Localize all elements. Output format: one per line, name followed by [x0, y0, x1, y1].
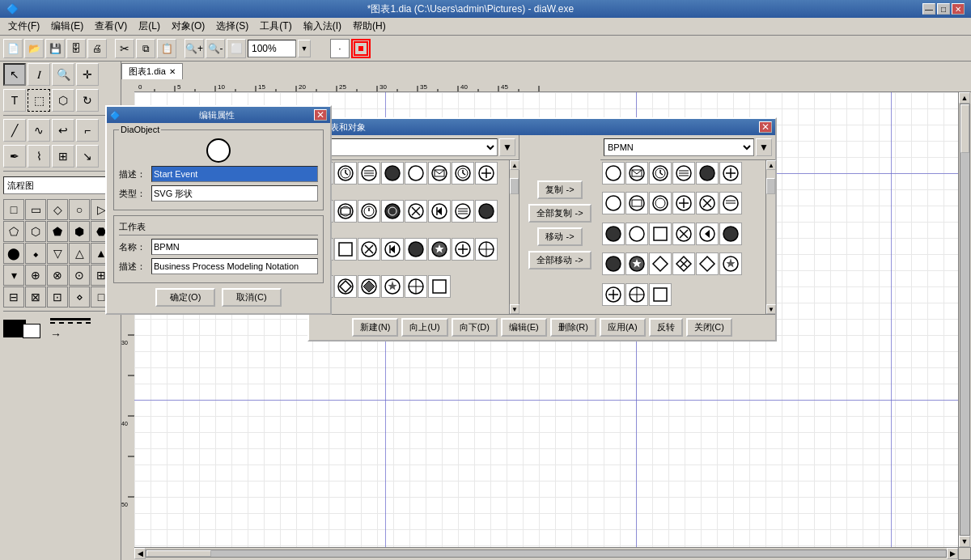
ws-r-x-circle[interactable]: [696, 192, 719, 214]
ws-r-lines-2[interactable]: [719, 192, 742, 214]
ws-r-scroll-thumb[interactable]: [766, 178, 775, 194]
ws-reverse-btn[interactable]: 反转: [649, 318, 683, 337]
ws-r-envelope-circle[interactable]: [625, 162, 648, 185]
scrollbar-track-h[interactable]: [146, 549, 947, 558]
ok-button[interactable]: 确定(O): [155, 288, 215, 307]
ws-r-star-5[interactable]: [625, 252, 648, 275]
ws-icon-square-4[interactable]: [428, 275, 451, 298]
scroll-left-btn[interactable]: ◀: [134, 548, 146, 559]
ws-icon-crosshair-2[interactable]: [405, 275, 427, 298]
rotate-tool[interactable]: ↻: [76, 89, 99, 112]
move-tool[interactable]: ✛: [76, 63, 99, 86]
ws-icon-lines-circle[interactable]: [358, 162, 380, 185]
ws-r-square-4[interactable]: [649, 223, 672, 245]
connected-tool[interactable]: ⊞: [52, 145, 74, 168]
ws-left-dropdown-btn[interactable]: ▼: [499, 138, 515, 156]
move-all-btn[interactable]: 全部移动 ->: [528, 251, 591, 269]
ws-delete-btn[interactable]: 删除(R): [550, 318, 596, 337]
scroll-down-btn[interactable]: ▼: [959, 536, 970, 547]
shape-x-square[interactable]: ⊠: [25, 286, 46, 308]
select-box-tool[interactable]: ⬚: [28, 89, 50, 112]
ws-right-scrollbar[interactable]: ▲ ▼: [765, 160, 775, 314]
ws-icon-skip-back[interactable]: [428, 200, 451, 223]
scroll-up-btn[interactable]: ▲: [959, 92, 970, 104]
zoom-fit-button[interactable]: ⬜: [227, 39, 246, 58]
ws-icon-crosshair[interactable]: [475, 238, 498, 261]
ws-r-empty-circle[interactable]: [602, 162, 625, 185]
cancel-button[interactable]: 取消(C): [222, 288, 281, 307]
copy-btn[interactable]: 复制 ->: [537, 180, 582, 199]
ws-icon-dbl-envelope-circle[interactable]: [334, 200, 357, 223]
menu-layer[interactable]: 层(L): [134, 18, 165, 35]
scrollbar-track-v[interactable]: [960, 104, 970, 536]
shape-dot-circle[interactable]: ⊙: [69, 265, 90, 286]
shape-pentagon[interactable]: ⬠: [3, 221, 24, 242]
zigzag-tool[interactable]: ⌇: [28, 145, 50, 168]
menu-input[interactable]: 输入法(I): [299, 18, 346, 35]
ws-icon-filled-circle-2[interactable]: [475, 200, 498, 223]
ws-icon-skip-back-2[interactable]: [381, 238, 404, 261]
shape-hexagon[interactable]: ⬡: [25, 221, 46, 242]
ws-down-btn[interactable]: 向下(D): [452, 318, 498, 337]
ws-up-btn[interactable]: 向上(U): [401, 318, 447, 337]
ws-left-scrollbar[interactable]: ▲ ▼: [509, 160, 519, 314]
shape-triangle-down2[interactable]: ▾: [3, 265, 24, 286]
shape-x-circle[interactable]: ⊗: [47, 265, 68, 286]
menu-view[interactable]: 查看(V): [90, 18, 132, 35]
freehand-tool[interactable]: ✒: [3, 145, 26, 168]
zoom-value[interactable]: 100%: [248, 40, 296, 57]
ws-r-envelope-2[interactable]: [625, 192, 648, 214]
menu-select[interactable]: 选择(S): [211, 18, 253, 35]
ws-r-x-4[interactable]: [672, 223, 695, 245]
save-button[interactable]: 💾: [45, 39, 65, 58]
ws-r-diamond-5[interactable]: [649, 252, 672, 275]
ws-edit-btn[interactable]: 编辑(E): [501, 318, 547, 337]
minimize-button[interactable]: —: [922, 3, 935, 15]
copy-button[interactable]: ⧉: [136, 39, 155, 58]
shape-rounded-rect[interactable]: ▭: [25, 199, 46, 220]
zoom-dropdown-arrow[interactable]: ▼: [298, 40, 311, 57]
ws-icon-x-circle[interactable]: [405, 200, 427, 223]
type-field[interactable]: SVG 形状: [151, 185, 318, 202]
ws-icon-diamond-circle[interactable]: [334, 275, 357, 298]
ws-r-clock-2[interactable]: [649, 192, 672, 214]
poly-select-tool[interactable]: ⬡: [52, 89, 74, 112]
ws-r-skip-4[interactable]: [696, 223, 719, 245]
shape-plus-circle[interactable]: ⊕: [25, 265, 46, 286]
ws-icon-dbl-clock-circle[interactable]: [358, 200, 380, 223]
new-button[interactable]: 📄: [3, 39, 23, 58]
tab-diagram1[interactable]: 图表1.dia ✕: [121, 63, 183, 79]
ws-right-dropdown-btn[interactable]: ▼: [756, 138, 772, 156]
ws-r-empty-4[interactable]: [625, 223, 648, 245]
ws-icon-plus-circle[interactable]: [475, 162, 498, 185]
shape-rhombus[interactable]: ⬟: [47, 221, 68, 242]
menu-edit[interactable]: 编辑(E): [46, 18, 88, 35]
ws-icon-x-circle-2[interactable]: [358, 238, 380, 261]
line-solid[interactable]: [50, 318, 91, 320]
line-dashed[interactable]: [50, 322, 91, 325]
ws-icon-dbl-filled-circle[interactable]: [381, 200, 404, 223]
shape-small-diamond[interactable]: ⋄: [69, 286, 90, 308]
maximize-button[interactable]: □: [937, 3, 950, 15]
ws-right-select[interactable]: BPMN MN: [604, 138, 754, 156]
background-color[interactable]: [23, 324, 40, 338]
scrollbar-thumb-h[interactable]: [146, 550, 211, 557]
ws-scroll-down-btn[interactable]: ▼: [510, 304, 519, 314]
ws-icon-square-2[interactable]: [334, 238, 357, 261]
wt-desc-field[interactable]: Business Process Modeling Notation: [151, 258, 318, 274]
ws-r-plus-circle[interactable]: [719, 162, 742, 185]
arrow-icon[interactable]: →: [50, 328, 91, 341]
ws-icon-filled-diamond-circle[interactable]: [358, 275, 380, 298]
shape-minus-square[interactable]: ⊟: [3, 286, 24, 308]
line-tool[interactable]: ╱: [3, 119, 26, 142]
ws-r-x-5[interactable]: [672, 252, 695, 275]
ws-icon-filled-circle-3[interactable]: [405, 238, 427, 261]
ws-icon-plus-circle-2[interactable]: [452, 238, 474, 261]
copy-all-btn[interactable]: 全部复制 ->: [528, 204, 591, 223]
ws-r-circle-plain[interactable]: [602, 192, 625, 214]
ws-left-select[interactable]: MN BPMN: [312, 138, 498, 156]
ws-r-lines-circle[interactable]: [672, 162, 695, 185]
scrollbar-right[interactable]: ▲ ▼: [958, 92, 971, 547]
ws-r-plus-6[interactable]: [602, 283, 625, 306]
text-cursor-tool[interactable]: 𝐼: [28, 63, 50, 86]
